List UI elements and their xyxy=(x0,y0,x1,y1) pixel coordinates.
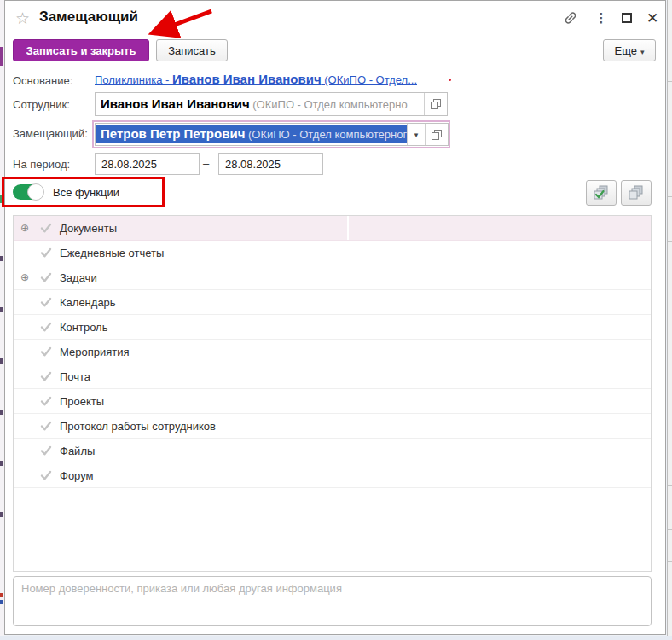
background-fragment xyxy=(0,461,3,466)
titlebar: ☆ Замещающий ⋮ ✕ xyxy=(5,1,665,37)
substitute-label: Замещающий: xyxy=(13,127,88,140)
table-row[interactable]: Календарь xyxy=(14,290,651,315)
checkmark-icon[interactable] xyxy=(36,320,56,334)
checkmark-icon[interactable] xyxy=(36,394,56,408)
kebab-menu-icon[interactable]: ⋮ xyxy=(592,9,611,27)
row-label: Мероприятия xyxy=(60,346,130,358)
basis-link-prefix: Поликлиника - xyxy=(95,73,172,86)
dropdown-arrow-icon[interactable]: ▾ xyxy=(407,123,426,146)
save-button[interactable]: Записать xyxy=(156,39,228,61)
expand-icon[interactable]: ⊕ xyxy=(14,271,36,283)
substitute-selected-text: Петров Петр Петрович (ОКиПО - Отдел комп… xyxy=(96,125,407,143)
checkmark-icon[interactable] xyxy=(36,369,56,383)
basis-link-suffix: (ОКиПО - Отдел... xyxy=(322,73,417,86)
open-item-icon[interactable] xyxy=(424,93,447,115)
checkmark-icon[interactable] xyxy=(36,246,56,259)
row-label: Форум xyxy=(60,469,94,482)
current-cell-divider xyxy=(347,216,349,240)
toggle-knob xyxy=(27,183,44,201)
row-label: Почта xyxy=(60,370,90,383)
note-textarea[interactable] xyxy=(13,576,652,626)
row-label: Задачи xyxy=(60,271,97,284)
period-from-input[interactable] xyxy=(95,153,200,175)
table-row[interactable]: Файлы xyxy=(14,439,651,463)
basis-label: Основание: xyxy=(13,74,72,87)
chevron-down-icon: ▾ xyxy=(640,48,645,56)
all-functions-label: Все функции xyxy=(53,186,119,199)
table-row[interactable]: Проекты xyxy=(14,389,651,414)
table-row[interactable]: ⊕ Документы xyxy=(14,216,651,241)
background-fragment xyxy=(0,600,3,604)
substitute-field[interactable]: Петров Петр Петрович (ОКиПО - Отдел комп… xyxy=(92,120,450,148)
background-fragment xyxy=(0,410,3,415)
background-fragment xyxy=(0,195,3,203)
substitute-form-window: ☆ Замещающий ⋮ ✕ Записать и закрыть Запи… xyxy=(4,0,666,635)
period-label: На период: xyxy=(13,158,70,171)
row-label: Контроль xyxy=(60,321,107,334)
checkmark-icon[interactable] xyxy=(36,468,56,482)
background-fragment xyxy=(0,512,3,517)
employee-org: (ОКиПО - Отдел компьютерно xyxy=(250,98,408,111)
table-row[interactable]: Форум xyxy=(14,463,651,488)
table-row[interactable]: Протокол работы сотрудников xyxy=(14,414,651,439)
background-fragment xyxy=(0,256,3,261)
checkmark-icon[interactable] xyxy=(36,271,56,284)
background-fragment xyxy=(0,307,3,312)
employee-name: Иванов Иван Иванович xyxy=(101,96,250,111)
substitute-input[interactable]: Петров Петр Петрович (ОКиПО - Отдел комп… xyxy=(95,123,426,146)
row-label: Документы xyxy=(60,222,117,235)
favorite-star-icon[interactable]: ☆ xyxy=(15,9,30,28)
employee-field[interactable]: Иванов Иван Иванович (ОКиПО - Отдел комп… xyxy=(95,92,448,116)
substitute-org: (ОКиПО - Отдел компьютерног xyxy=(245,128,407,141)
period-to-input[interactable] xyxy=(218,153,323,175)
employee-label: Сотрудник: xyxy=(13,98,70,111)
all-functions-toggle[interactable] xyxy=(13,183,45,201)
checkmark-icon[interactable] xyxy=(36,295,56,309)
basis-link-name: Иванов Иван Иванович xyxy=(172,72,322,86)
more-button-label: Еще xyxy=(615,44,637,57)
background-fragment xyxy=(0,358,3,364)
row-label: Протокол работы сотрудников xyxy=(60,420,216,433)
functions-table: ⊕ Документы Ежедневные отчеты ⊕ Задачи xyxy=(13,215,652,572)
background-fragment xyxy=(0,593,3,597)
basis-link[interactable]: Поликлиника - Иванов Иван Иванович (ОКиП… xyxy=(95,72,417,87)
get-link-icon[interactable] xyxy=(561,9,580,27)
background-fragment xyxy=(0,47,3,66)
maximize-icon[interactable] xyxy=(617,9,636,27)
row-label: Файлы xyxy=(60,445,95,457)
table-row[interactable]: Мероприятия xyxy=(14,340,651,364)
substitute-name: Петров Петр Петрович xyxy=(101,126,245,141)
checkmark-icon[interactable] xyxy=(36,419,56,433)
table-row[interactable]: Почта xyxy=(14,364,651,389)
table-row[interactable]: Контроль xyxy=(14,315,651,340)
close-icon[interactable]: ✕ xyxy=(643,9,662,27)
window-title: Замещающий xyxy=(39,9,138,26)
row-label: Проекты xyxy=(60,395,104,408)
row-label: Календарь xyxy=(60,296,116,309)
more-button[interactable]: Еще▾ xyxy=(603,39,656,61)
screenshot-root: ☆ Замещающий ⋮ ✕ Записать и закрыть Запи… xyxy=(0,0,672,640)
expand-icon[interactable]: ⊕ xyxy=(14,222,36,234)
checkmark-icon[interactable] xyxy=(36,221,56,235)
employee-value: Иванов Иван Иванович (ОКиПО - Отдел комп… xyxy=(96,96,424,112)
save-and-close-button[interactable]: Записать и закрыть xyxy=(13,39,149,61)
open-item-icon[interactable] xyxy=(426,123,449,146)
row-label: Ежедневные отчеты xyxy=(60,247,164,259)
period-dash: – xyxy=(203,157,209,170)
check-all-button[interactable] xyxy=(586,180,617,206)
checkmark-icon[interactable] xyxy=(36,444,56,457)
required-marker xyxy=(449,79,451,81)
background-strip-bottom xyxy=(0,636,672,640)
uncheck-all-button[interactable] xyxy=(621,180,652,206)
checkmark-icon[interactable] xyxy=(36,345,56,358)
table-row[interactable]: ⊕ Задачи xyxy=(14,265,651,290)
table-row[interactable]: Ежедневные отчеты xyxy=(14,241,651,265)
background-window-edge-right xyxy=(667,0,672,640)
